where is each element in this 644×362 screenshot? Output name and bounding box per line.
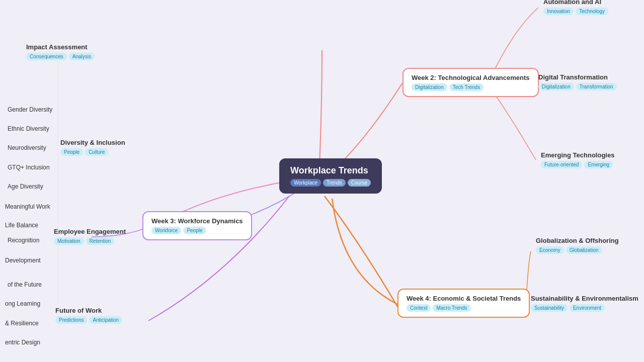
age-diversity-label: Age Diversity: [8, 183, 43, 190]
globalization-node[interactable]: Globalization & Offshoring Economy Globa…: [531, 234, 624, 257]
tag-technology: Technology: [576, 8, 608, 15]
tag-innovation: Innovation: [543, 8, 574, 15]
tag-environment: Environment: [570, 304, 605, 312]
tag-tech-trends: Tech Trends: [449, 83, 484, 91]
week2-tags: Digitalization Tech Trends: [412, 83, 530, 91]
tag-motivation: Motivation: [54, 237, 84, 245]
tag-course: Course: [348, 179, 371, 187]
tag-digitalization: Digitalization: [412, 83, 447, 91]
week3-title: Week 3: Workforce Dynamics: [151, 217, 243, 225]
week3-tags: Workforce People: [151, 227, 243, 234]
tag-workforce: Workforce: [151, 227, 181, 234]
future-of-work-node[interactable]: Future of Work Predictions Anticipation: [50, 304, 127, 327]
week4-title: Week 4: Economic & Societal Trends: [407, 295, 521, 302]
tag-macro-trends: Macro Trends: [433, 304, 470, 312]
tag-predictions: Predictions: [55, 316, 87, 324]
sustainability-title: Sustainability & Environmentalism: [531, 295, 638, 302]
tag-people2: People: [60, 148, 83, 156]
tag-future-oriented: Future-oriented: [541, 161, 582, 168]
future-of-work-label-node: of the Future: [3, 278, 47, 291]
centric-design-node[interactable]: entric Design: [0, 336, 45, 349]
emerging-tech-tags: Future-oriented Emerging: [541, 161, 614, 168]
development-label: Development: [5, 257, 41, 264]
recognition-label: Recognition: [8, 237, 39, 244]
tag-analysis: Analysis: [69, 53, 95, 60]
diversity-inclusion-tags: People Culture: [60, 148, 125, 156]
tag-digitalization2: Digitalization: [538, 83, 574, 90]
emerging-tech-title: Emerging Technologies: [541, 151, 614, 159]
neurodiversity-label: Neurodiversity: [8, 144, 46, 151]
automation-title: Automation and AI: [543, 0, 608, 6]
neurodiversity-node[interactable]: Neurodiversity: [3, 141, 51, 154]
week4-node[interactable]: Week 4: Economic & Societal Trends Conte…: [397, 289, 530, 318]
globalization-title: Globalization & Offshoring: [536, 237, 619, 244]
diversity-inclusion-title: Diversity & Inclusion: [60, 139, 125, 146]
mindmap-canvas: Workplace Trends Workplace Trends Course…: [0, 0, 644, 362]
week4-tags: Context Macro Trends: [407, 304, 521, 312]
life-balance-label: Life Balance: [5, 222, 38, 229]
automation-tags: Innovation Technology: [543, 8, 608, 15]
ethnic-diversity-label: Ethnic Diversity: [8, 125, 49, 132]
resilience-label: & Resilience: [5, 320, 39, 327]
impact-assessment-node[interactable]: Impact Assessment Consequences Analysis: [21, 40, 100, 63]
tag-economy: Economy: [536, 246, 564, 254]
employee-engagement-tags: Motivation Retention: [54, 237, 126, 245]
employee-engagement-node[interactable]: Employee Engagement Motivation Retention: [49, 225, 131, 248]
tag-emerging: Emerging: [584, 161, 613, 168]
employee-engagement-title: Employee Engagement: [54, 228, 126, 235]
diversity-inclusion-node[interactable]: Diversity & Inclusion People Culture: [55, 136, 130, 159]
digital-transform-title: Digital Transformation: [538, 73, 617, 81]
centric-design-label: entric Design: [5, 339, 40, 346]
tag-people: People: [183, 227, 206, 234]
impact-assessment-tags: Consequences Analysis: [26, 53, 95, 60]
tag-anticipation: Anticipation: [89, 316, 122, 324]
future-of-work-label-text: of the Future: [8, 281, 42, 288]
tag-consequences: Consequences: [26, 53, 67, 60]
globalization-tags: Economy Globalization: [536, 246, 619, 254]
center-tags: Workplace Trends Course: [290, 179, 371, 187]
tag-globalization2: Globalization: [566, 246, 602, 254]
lifelong-learning-label: ong Learning: [5, 300, 40, 307]
meaningful-work-label: Meaningful Work: [5, 203, 50, 210]
center-node[interactable]: Workplace Trends Workplace Trends Course: [279, 158, 382, 194]
impact-assessment-title: Impact Assessment: [26, 43, 95, 51]
sustainability-node[interactable]: Sustainability & Environmentalism Sustai…: [526, 292, 643, 315]
tag-retention: Retention: [86, 237, 115, 245]
lifelong-learning-node[interactable]: ong Learning: [0, 297, 45, 310]
meaningful-work-node[interactable]: Meaningful Work: [0, 200, 55, 213]
digital-transform-node[interactable]: Digital Transformation Digitalization Tr…: [533, 70, 622, 94]
week2-title: Week 2: Technological Advancements: [412, 74, 530, 81]
sustainability-tags: Sustainability Environment: [531, 304, 638, 312]
development-node[interactable]: Development: [0, 254, 46, 267]
week2-node[interactable]: Week 2: Technological Advancements Digit…: [403, 68, 539, 97]
tag-culture: Culture: [85, 148, 108, 156]
gender-diversity-label: Gender Diversity: [8, 106, 52, 113]
center-title: Workplace Trends: [290, 165, 371, 176]
digital-transform-tags: Digitalization Transformation: [538, 83, 617, 90]
future-of-work-title: Future of Work: [55, 307, 122, 314]
tag-context: Context: [407, 304, 431, 312]
gender-diversity-node[interactable]: Gender Diversity: [3, 103, 57, 116]
automation-node[interactable]: Automation and AI Innovation Technology: [538, 0, 613, 18]
age-diversity-node[interactable]: Age Diversity: [3, 180, 48, 193]
future-of-work-tags: Predictions Anticipation: [55, 316, 122, 324]
resilience-node[interactable]: & Resilience: [0, 317, 44, 330]
life-balance-node[interactable]: Life Balance: [0, 219, 43, 232]
emerging-tech-node[interactable]: Emerging Technologies Future-oriented Em…: [536, 148, 619, 171]
tag-workplace: Workplace: [290, 179, 321, 187]
tag-sustainability2: Sustainability: [531, 304, 568, 312]
ethnic-diversity-node[interactable]: Ethnic Diversity: [3, 122, 54, 135]
gtq-inclusion-node[interactable]: GTQ+ Inclusion: [3, 161, 55, 174]
tag-trends: Trends: [323, 179, 346, 187]
week3-node[interactable]: Week 3: Workforce Dynamics Workforce Peo…: [142, 211, 252, 240]
gtq-inclusion-label: GTQ+ Inclusion: [8, 164, 50, 171]
tag-transformation: Transformation: [576, 83, 617, 90]
recognition-node[interactable]: Recognition: [3, 234, 44, 247]
